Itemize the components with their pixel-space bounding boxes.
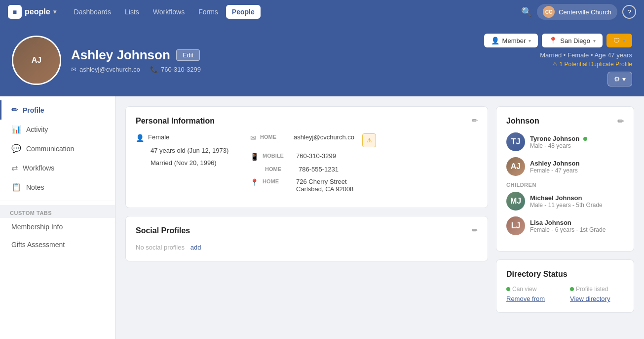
tyrone-avatar: TJ <box>506 132 525 151</box>
gear-button[interactable]: ⚙ ▾ <box>607 72 632 86</box>
email-alert-icon[interactable]: ⚠ <box>362 133 376 147</box>
view-directory-link[interactable]: View directory <box>570 295 610 302</box>
content-area: Personal Information ✏ 👤 Female 47 years… <box>115 96 644 339</box>
gear-dropdown-arrow: ▾ <box>622 75 626 83</box>
profile-header: AJ Ashley Johnson Edit ✉ ashleyj@cvchurc… <box>0 24 644 96</box>
email-info-icon: ✉ <box>250 134 256 142</box>
logo-dropdown-arrow[interactable]: ▾ <box>53 8 56 15</box>
children-label: CHILDREN <box>506 182 624 188</box>
sidebar-label-workflows: Workflows <box>23 164 54 172</box>
person-icon: 👤 <box>491 37 499 44</box>
profile-name-row: Ashley Johnson Edit <box>71 47 474 63</box>
lisa-name: Lisa Johnson <box>530 219 606 226</box>
personal-right: ✉ HOME ashleyj@cvchurch.co ⚠ 📱 MOBILE 76… <box>250 133 478 198</box>
mobile-row: 📱 MOBILE 760-310-3299 <box>250 152 478 161</box>
social-edit-icon[interactable]: ✏ <box>472 226 478 234</box>
phone-icon: 📞 <box>150 66 158 73</box>
directory-card: Directory Status Can view Remove from Pr… <box>496 259 634 313</box>
email-icon: ✉ <box>71 66 76 73</box>
org-switcher[interactable]: CC Centerville Church <box>537 4 617 20</box>
directory-can-view: Can view Remove from <box>506 286 560 302</box>
personal-info-edit-icon[interactable]: ✏ <box>472 117 478 125</box>
duplicate-warning[interactable]: ⚠ 1 Potential Duplicate Profile <box>540 61 632 68</box>
profile-listed-label: Profile listed <box>570 286 624 293</box>
sidebar-item-activity[interactable]: 📊 Activity <box>0 120 115 139</box>
email-row: ✉ HOME ashleyj@cvchurch.co ⚠ <box>250 133 478 147</box>
tyrone-active-dot <box>583 137 587 141</box>
org-name: Centerville Church <box>559 8 611 16</box>
profile-gear-row: ⚙ ▾ <box>607 72 632 86</box>
family-member-ashley: AJ Ashley Johnson Female - 47 years <box>506 157 624 176</box>
sidebar-item-notes[interactable]: 📋 Notes <box>0 177 115 197</box>
sidebar-divider <box>0 201 115 201</box>
edit-profile-button[interactable]: Edit <box>176 49 200 61</box>
ashley-avatar: AJ <box>506 157 525 176</box>
can-view-dot <box>506 287 510 291</box>
member-status-button[interactable]: 👤 Member ▾ <box>484 34 538 47</box>
sidebar-item-membership-info[interactable]: Membership Info <box>0 218 115 236</box>
address-value: 726 Cherry Street Carlsbad, CA 92008 <box>296 178 353 193</box>
sidebar-label-notes: Notes <box>26 183 44 191</box>
search-icon[interactable]: 🔍 <box>521 6 532 17</box>
age-value: 47 years old (Jun 12, 1973) <box>151 147 228 154</box>
help-button[interactable]: ? <box>622 5 636 19</box>
sidebar-item-gifts-assessment[interactable]: Gifts Assessment <box>0 236 115 254</box>
shield-button[interactable]: 🛡 ▾ <box>606 34 632 47</box>
activity-icon: 📊 <box>11 125 21 134</box>
location-button[interactable]: 📍 San Diego ▾ <box>542 34 603 47</box>
workflows-icon: ⇄ <box>11 163 18 172</box>
family-title: Johnson ✏ <box>506 117 624 126</box>
logo-icon: ■ <box>8 5 22 19</box>
sidebar-item-workflows[interactable]: ⇄ Workflows <box>0 158 115 177</box>
can-view-label: Can view <box>506 286 560 293</box>
nav-people[interactable]: People <box>226 5 261 19</box>
directory-title: Directory Status <box>506 270 624 279</box>
lisa-info: Lisa Johnson Female - 6 years - 1st Grad… <box>530 219 606 233</box>
shield-icon: 🛡 <box>613 37 620 44</box>
family-edit-icon[interactable]: ✏ <box>617 117 624 126</box>
nav-forms[interactable]: Forms <box>192 5 224 19</box>
directory-row: Can view Remove from Profile listed View… <box>506 286 624 302</box>
michael-info: Michael Johnson Male - 11 years - 5th Gr… <box>530 194 603 209</box>
email-label: HOME <box>260 133 290 140</box>
michael-avatar: MJ <box>506 192 525 211</box>
remove-from-link[interactable]: Remove from <box>506 295 545 302</box>
directory-profile-listed: Profile listed View directory <box>570 286 624 302</box>
notes-icon: 📋 <box>11 182 21 192</box>
social-add-link[interactable]: add <box>190 244 201 251</box>
home-phone-value: 786-555-1231 <box>299 166 339 173</box>
tyrone-name: Tyrone Johnson <box>530 135 587 142</box>
social-empty-text: No social profiles <box>136 244 185 251</box>
sidebar-label-communication: Communication <box>26 145 74 153</box>
profile-icon: ✏ <box>11 105 18 115</box>
ashley-sub: Female - 47 years <box>530 167 579 174</box>
address-icon: 📍 <box>250 178 259 186</box>
personal-info-card: Personal Information ✏ 👤 Female 47 years… <box>125 106 488 208</box>
profile-actions: 👤 Member ▾ 📍 San Diego ▾ 🛡 ▾ Married • F… <box>484 34 632 86</box>
family-member-michael: MJ Michael Johnson Male - 11 years - 5th… <box>506 192 624 211</box>
ashley-info: Ashley Johnson Female - 47 years <box>530 160 579 174</box>
michael-name: Michael Johnson <box>530 194 603 202</box>
profile-phone: 📞 760-310-3299 <box>150 66 201 73</box>
profile-top-buttons: 👤 Member ▾ 📍 San Diego ▾ 🛡 ▾ <box>484 34 632 47</box>
nav-lists[interactable]: Lists <box>119 5 145 19</box>
sidebar-label-gifts: Gifts Assessment <box>11 241 65 249</box>
nav-workflows[interactable]: Workflows <box>147 5 190 19</box>
top-nav: ■ people ▾ Dashboards Lists Workflows Fo… <box>0 0 644 24</box>
lisa-sub: Female - 6 years - 1st Grade <box>530 226 606 233</box>
address-row: 📍 HOME 726 Cherry Street Carlsbad, CA 92… <box>250 178 478 193</box>
app-logo[interactable]: ■ people ▾ <box>8 5 56 19</box>
sidebar-label-membership: Membership Info <box>11 223 63 231</box>
profile-contact: ✉ ashleyj@cvchurch.co 📞 760-310-3299 <box>71 66 474 73</box>
home-phone-label: HOME <box>265 166 295 172</box>
nav-dashboards[interactable]: Dashboards <box>68 5 117 19</box>
social-profiles-card: Social Profiles ✏ No social profiles add <box>125 216 488 261</box>
lisa-avatar: LJ <box>506 216 525 235</box>
location-dropdown-arrow: ▾ <box>593 38 596 43</box>
social-profiles-title: Social Profiles ✏ <box>136 226 478 235</box>
married-row: Married (Nov 20, 1996) <box>136 159 234 167</box>
sidebar-item-communication[interactable]: 💬 Communication <box>0 139 115 158</box>
gear-icon: ⚙ <box>614 75 620 83</box>
location-icon: 📍 <box>549 37 557 44</box>
sidebar-item-profile[interactable]: ✏ Profile <box>0 100 115 120</box>
